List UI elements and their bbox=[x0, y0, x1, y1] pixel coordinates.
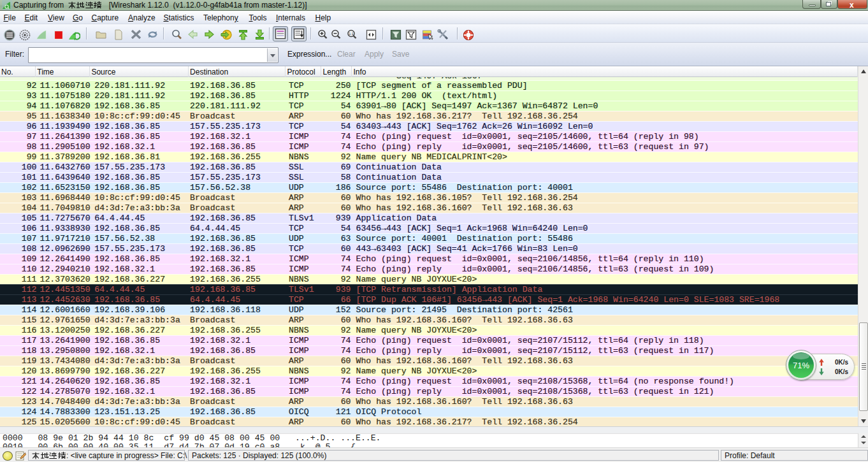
svg-text:1:1: 1:1 bbox=[349, 32, 354, 36]
